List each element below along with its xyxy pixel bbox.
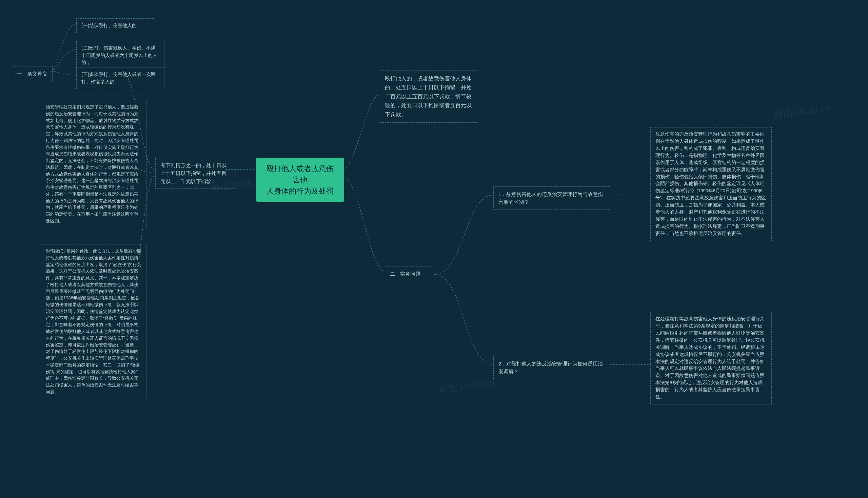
item-1: (一)结伙殴打、伤害他人的； — [76, 18, 154, 33]
question-2-text: 在处理殴打等故意伤害他人身体的违反治安管理行为时，要注意和本法第9条规定的调解相… — [650, 312, 772, 404]
watermark: 树图 shutu.cn — [772, 101, 831, 122]
right-paragraph-1: 殴打他人的，或者故意伤害他人身体的，处五日以上十日以下拘留，并处二百元以上五百元… — [380, 70, 478, 123]
practice-label: 二、实务问题 — [385, 266, 432, 281]
item-2: (二)殴打、伤害残疾人、孕妇、不满十四周岁的人或者六十周岁以上的人的； — [76, 41, 165, 70]
question-1-label: 1．故意伤害他人的违反治安管理行为与故意伤害罪的区别？ — [493, 186, 610, 210]
root-node: 殴打他人或者故意伤害他 人身体的行为及处罚 — [256, 158, 344, 202]
mindmap-canvas: 树图 shutu.cn 树图 shutu.cn 树图 shutu.cn 殴打他人… — [0, 0, 868, 498]
root-title-line2: 人身体的行为及处罚 — [263, 185, 337, 197]
item-3: (三)多次殴打、伤害他人或者一次殴打、伤害多人的。 — [76, 67, 165, 89]
root-title-line1: 殴打他人或者故意伤害他 — [263, 163, 337, 185]
left-para-1: 治安管理处罚条例只规定了殴打他人，造成轻微伤的违反治安管理行为，而对于以其他的行… — [41, 100, 146, 228]
question-1-text: 故意伤害的违反治安管理行为和故意伤害罪的主要区别在于对他人身体造成损伤的程度，如… — [650, 127, 772, 241]
interpretation-label: 一、条文释义 — [12, 66, 53, 81]
question-2-label: 2．对殴打他人的违反治安管理行为如何适用治安调解？ — [493, 356, 610, 379]
watermark: 树图 shutu.cn — [437, 376, 495, 396]
left-paragraph-intro: 有下列情形之一的，处十日以上十五日以下拘留，并处五百元以上一千元以下罚款： — [155, 158, 235, 189]
left-para-2: 对“轻微伤”后果的修改。此次立法，从尽量减少殴打他人或者以其他方式伤害他人案件定… — [41, 244, 146, 399]
